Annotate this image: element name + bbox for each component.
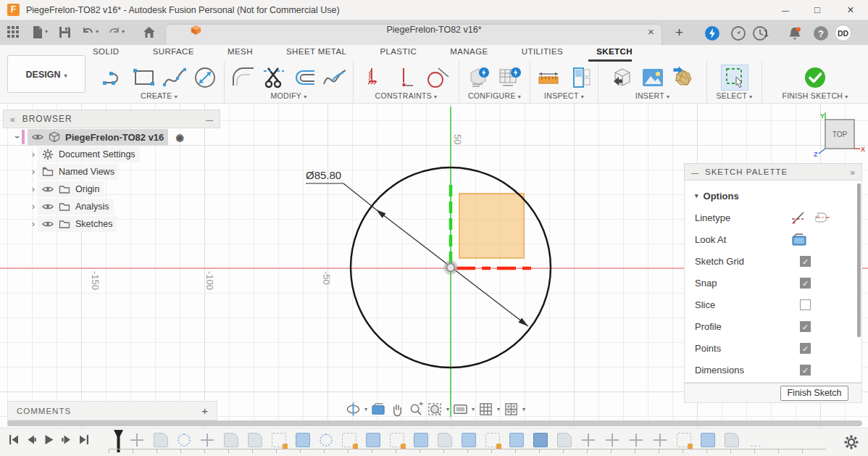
timeline-feature-move[interactable] [130, 433, 144, 447]
timeline-feature-sketch[interactable] [390, 433, 404, 447]
tab-utilities[interactable]: UTILITIES [522, 47, 563, 62]
fillet-tool-icon[interactable] [230, 65, 256, 90]
timeline-feature-pattern[interactable] [178, 434, 191, 447]
timeline-feature-extrude[interactable] [509, 433, 524, 447]
canvas-scrollbar[interactable] [7, 420, 862, 426]
origin-point[interactable] [447, 264, 455, 272]
chevron-right-icon[interactable] [29, 202, 38, 212]
trim-tool-icon[interactable] [261, 65, 287, 90]
browser-item-named-views[interactable]: Named Views [3, 163, 220, 181]
insert-mesh-icon[interactable] [670, 65, 696, 90]
offset-tool-icon[interactable] [291, 65, 317, 90]
help-icon[interactable]: ? [813, 25, 829, 41]
view-cube-face-label[interactable]: TOP [832, 130, 848, 138]
timeline-feature-move[interactable] [581, 433, 596, 447]
dashboard-icon[interactable] [730, 25, 746, 41]
section-analysis-icon[interactable] [567, 65, 593, 90]
centerline-linetype-icon[interactable] [815, 210, 831, 225]
timeline-feature-sketch[interactable] [677, 433, 691, 447]
sketch-grid-checkbox[interactable] [800, 256, 811, 267]
add-comment-button[interactable]: + [201, 405, 208, 417]
close-button[interactable] [835, 0, 867, 20]
insert-derive-icon[interactable] [609, 65, 635, 90]
timeline-feature-fillet[interactable] [438, 433, 452, 447]
timeline-feature-fillet[interactable] [224, 433, 238, 447]
display-settings-caret-icon[interactable] [472, 406, 475, 413]
insert-dropdown[interactable]: INSERT [635, 91, 669, 103]
browser-item-label[interactable]: Origin [75, 184, 99, 194]
timeline-feature-move[interactable] [653, 433, 667, 447]
timeline-feature-extrude[interactable] [366, 433, 380, 447]
tab-manage[interactable]: MANAGE [450, 47, 488, 62]
fit-icon[interactable] [427, 400, 443, 418]
constraint-tangent-icon[interactable] [424, 65, 450, 90]
browser-item-sketches[interactable]: Sketches [3, 215, 220, 233]
timeline-feature-move[interactable] [200, 433, 214, 447]
timeline-feature-fillet[interactable] [557, 433, 572, 447]
document-tab-close-icon[interactable]: × [648, 25, 664, 41]
configure-feature-icon[interactable] [467, 65, 493, 90]
eye-icon[interactable] [42, 201, 54, 212]
finish-sketch-icon[interactable] [802, 65, 828, 90]
tab-mesh[interactable]: MESH [228, 47, 253, 62]
tab-solid[interactable]: SOLID [93, 47, 120, 62]
constraint-fix-icon[interactable] [363, 65, 389, 90]
measure-icon[interactable] [536, 65, 562, 90]
rectangle-tool-icon[interactable] [131, 65, 157, 90]
section-collapse-icon[interactable] [695, 192, 698, 199]
browser-root-item[interactable]: PiegeFrelon-TO82 v16 [3, 128, 220, 146]
chevron-right-icon[interactable] [29, 219, 38, 229]
activate-component-icon[interactable] [175, 132, 183, 143]
new-tab-button[interactable] [675, 25, 683, 41]
notifications-bell-icon[interactable] [787, 25, 803, 41]
eye-icon[interactable] [42, 218, 54, 230]
minimize-button[interactable] [769, 0, 801, 20]
profile-checkbox[interactable] [800, 321, 811, 332]
browser-item-label[interactable]: Analysis [75, 202, 109, 212]
create-dropdown[interactable]: CREATE [141, 91, 178, 103]
fit-caret-icon[interactable] [446, 406, 449, 413]
palette-scrollbar[interactable] [857, 183, 861, 337]
construction-linetype-icon[interactable] [790, 210, 806, 225]
look-at-icon[interactable] [370, 400, 387, 418]
grid-snap-icon[interactable] [477, 400, 494, 418]
browser-header[interactable]: BROWSER [3, 109, 220, 128]
extensions-icon[interactable] [704, 25, 720, 41]
browser-item-label[interactable]: Sketches [75, 219, 112, 229]
look-at-icon[interactable] [792, 233, 806, 246]
modify-spline-icon[interactable] [322, 65, 348, 90]
dimension-value[interactable]: Ø85.80 [306, 169, 341, 181]
view-cube[interactable]: TOP Y Z X [813, 111, 868, 157]
skip-to-end-icon[interactable] [78, 434, 89, 445]
modify-dropdown[interactable]: MODIFY [271, 91, 307, 103]
maximize-button[interactable] [801, 0, 833, 20]
viewports-caret-icon[interactable] [522, 406, 525, 413]
sketch-palette-header[interactable]: SKETCH PALETTE [684, 163, 862, 181]
timeline-feature-fillet[interactable] [725, 433, 739, 447]
sketch-canvas[interactable]: Ø85.80 -150 -100 -50 50 TOP Y Z X BROWSE… [0, 104, 868, 428]
select-dropdown[interactable]: SELECT [717, 91, 753, 103]
chevron-down-icon[interactable] [12, 133, 22, 141]
minimize-panel-icon[interactable] [206, 112, 213, 125]
timeline-feature-move[interactable] [605, 433, 619, 447]
collapse-panel-icon[interactable] [10, 112, 15, 125]
timeline-feature-extrude[interactable] [414, 433, 428, 447]
dimensions-checkbox[interactable] [800, 365, 811, 376]
timeline-feature-pattern[interactable] [320, 434, 333, 447]
sketch-dimension-icon[interactable] [192, 65, 218, 90]
points-checkbox[interactable] [800, 343, 811, 354]
select-tool-icon[interactable] [721, 65, 748, 91]
avatar[interactable]: DD [835, 25, 851, 41]
tab-plastic[interactable]: PLASTIC [380, 47, 417, 62]
timeline-settings-gear-icon[interactable] [843, 434, 859, 450]
timeline-feature-extrude[interactable] [462, 433, 476, 447]
display-settings-icon[interactable] [452, 400, 469, 418]
constraints-dropdown[interactable]: CONSTRAINTS [375, 91, 438, 103]
tab-sheet-metal[interactable]: SHEET METAL [286, 47, 346, 62]
chevron-right-icon[interactable] [29, 184, 38, 194]
orbit-caret-icon[interactable] [364, 406, 367, 413]
skip-to-start-icon[interactable] [9, 434, 20, 445]
timeline-feature-sketch[interactable] [342, 433, 356, 447]
timeline-feature-fillet[interactable] [248, 433, 262, 447]
configure-dropdown[interactable]: CONFIGURE [468, 91, 521, 103]
